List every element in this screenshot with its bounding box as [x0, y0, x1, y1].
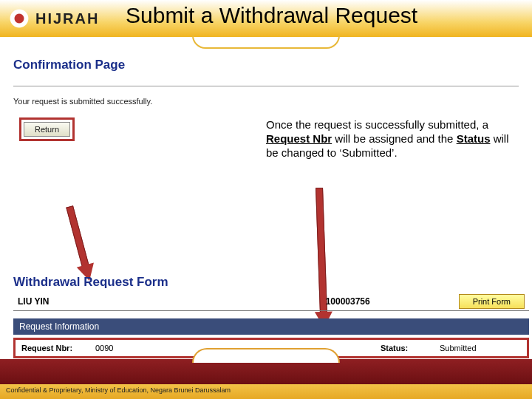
- student-name: LIU YIN: [18, 296, 326, 307]
- explain-bold-2: Status: [457, 132, 491, 145]
- print-form-button[interactable]: Print Form: [459, 294, 525, 309]
- withdrawal-form: Withdrawal Request Form LIU YIN 10000375…: [13, 275, 529, 358]
- explain-seg-2: will be assigned and the: [332, 132, 456, 145]
- logo-emblem-icon: [9, 8, 30, 29]
- confirmation-message: Your request is submitted successfully.: [13, 97, 519, 106]
- content-area: Confirmation Page Your request is submit…: [0, 37, 532, 141]
- status-value: Submitted: [440, 344, 521, 352]
- footer-arc-icon: [192, 348, 340, 363]
- form-heading: Withdrawal Request Form: [13, 275, 529, 290]
- explanation-text: Once the request is successfully submitt…: [266, 118, 510, 160]
- student-id: 100003756: [326, 296, 459, 307]
- callout-arrow-icon: [66, 205, 89, 267]
- confirmation-heading: Confirmation Page: [13, 58, 519, 72]
- header-bar: HIJRAH Submit a Withdrawal Request: [0, 0, 532, 37]
- explain-bold-1: Request Nbr: [266, 132, 332, 145]
- logo-text: HIJRAH: [35, 10, 99, 27]
- request-nbr-label: Request Nbr:: [21, 344, 95, 352]
- explain-seg-1: Once the request is successfully submitt…: [266, 118, 488, 131]
- footer-text: Confidential & Proprietary, Ministry of …: [0, 384, 532, 399]
- slide-title: Submit a Withdrawal Request: [126, 3, 417, 28]
- divider: [13, 86, 519, 86]
- footer-red-band: [0, 359, 532, 384]
- student-row: LIU YIN 100003756 Print Form: [13, 293, 529, 311]
- footer: Confidential & Proprietary, Ministry of …: [0, 359, 532, 399]
- return-button[interactable]: Return: [24, 122, 70, 137]
- section-bar: Request Information: [13, 318, 529, 335]
- return-button-highlight: Return: [19, 117, 75, 141]
- status-label: Status:: [381, 344, 440, 352]
